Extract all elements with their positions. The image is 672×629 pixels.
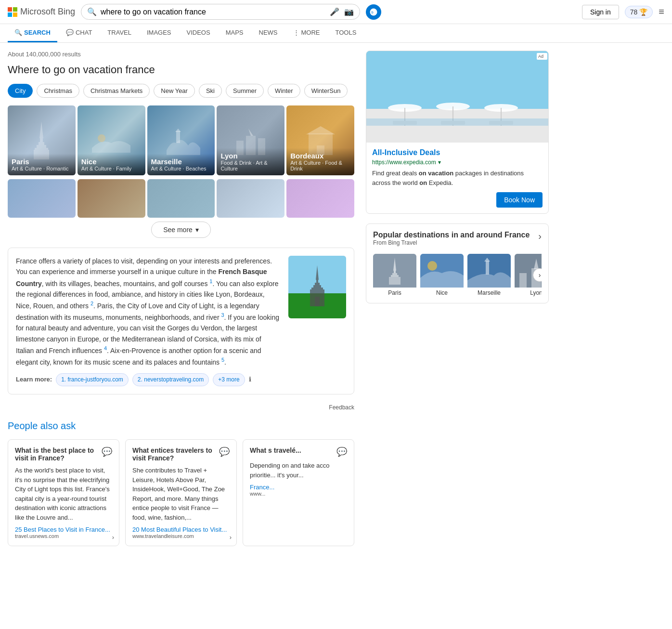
nice-name: Nice <box>81 157 142 166</box>
popular-title: Popular destinations in and around Franc… <box>373 231 530 239</box>
book-now-button[interactable]: Book Now <box>496 192 543 208</box>
dest-image-marseille <box>467 254 511 288</box>
city-card-bordeaux[interactable]: Bordeaux Art & Culture · Food & Drink <box>286 105 354 175</box>
svg-rect-3 <box>40 138 43 142</box>
main-content: About 140,000,000 results Where to go on… <box>8 51 354 546</box>
bordeaux-tags: Art & Culture · Food & Drink <box>290 160 350 171</box>
dest-name-paris: Paris <box>373 289 416 296</box>
filter-chip-wintersun[interactable]: WinterSun <box>304 84 348 98</box>
popular-destinations-section: Popular destinations in and around Franc… <box>366 223 549 303</box>
bing-icon: b <box>369 8 378 16</box>
svg-rect-44 <box>389 277 401 285</box>
search-nav-icon: 🔍 <box>14 29 22 36</box>
city-card-lyon[interactable]: Lyon Food & Drink · Art & Culture <box>217 105 284 175</box>
city-card-row2-5[interactable] <box>286 179 354 218</box>
svg-rect-5 <box>37 145 46 148</box>
nav-item-images[interactable]: IMAGES <box>140 24 178 42</box>
microsoft-logo <box>8 7 17 17</box>
ellipsis-icon: ⋮ <box>293 29 299 36</box>
svg-rect-43 <box>391 275 399 277</box>
filter-chip-ski[interactable]: Ski <box>199 84 222 98</box>
ad-url: https://www.expedia.com ▾ <box>372 159 543 166</box>
filter-chip-summer[interactable]: Summer <box>226 84 264 98</box>
nav-item-maps[interactable]: MAPS <box>219 24 250 42</box>
filter-chip-city[interactable]: City <box>8 84 33 98</box>
nav-item-travel[interactable]: TRAVEL <box>101 24 138 42</box>
sidebar: Ad All-Inclusive Deals https://www.exped… <box>366 51 549 546</box>
dropdown-icon: ▾ <box>438 159 441 166</box>
sign-in-button[interactable]: Sign in <box>582 5 619 19</box>
paa-link-2[interactable]: 20 Most Beautiful Places to Visit... www… <box>132 526 230 539</box>
city-card-row2-2[interactable] <box>78 179 145 218</box>
hamburger-menu[interactable]: ≡ <box>659 6 664 17</box>
source-link-2[interactable]: 2. neverstoptraveling.com <box>132 373 209 386</box>
search-icon: 🔍 <box>87 7 97 16</box>
paa-answer-3: Depending on and take acco prioritie... … <box>250 461 347 480</box>
paa-link-3[interactable]: France... www... <box>250 484 347 497</box>
popular-scroll: Paris Nice <box>373 254 542 296</box>
people-also-ask-section: People also ask What is the best place t… <box>8 420 354 546</box>
nav-item-more[interactable]: ⋮ MORE <box>286 24 327 42</box>
svg-marker-18 <box>316 265 319 280</box>
city-card-row2-4[interactable] <box>217 179 284 218</box>
dest-card-marseille[interactable]: Marseille <box>467 254 511 296</box>
city-card-paris[interactable]: Paris Art & Culture · Romantic <box>8 105 76 175</box>
city-card-nice[interactable]: Nice Art & Culture · Family <box>78 105 145 175</box>
svg-rect-42 <box>392 273 397 275</box>
svg-point-0 <box>370 8 377 15</box>
nav-item-chat[interactable]: 💬 CHAT <box>59 24 99 42</box>
filter-chip-winter[interactable]: Winter <box>268 84 300 98</box>
svg-rect-6 <box>35 148 48 150</box>
dest-name-lyon: Lyon <box>515 289 542 296</box>
logo-area: Microsoft Bing <box>8 7 75 17</box>
mic-button[interactable]: 🎤 <box>330 7 339 16</box>
more-sources-button[interactable]: +3 more <box>213 373 245 386</box>
feedback-link[interactable]: Feedback <box>8 404 354 411</box>
city-card-row2-1[interactable] <box>8 179 76 218</box>
paa-link-1[interactable]: 25 Best Places to Visit in France... tra… <box>15 526 112 539</box>
see-more-button[interactable]: See more ▾ <box>151 222 211 238</box>
dest-card-nice[interactable]: Nice <box>420 254 464 296</box>
camera-button[interactable]: 📷 <box>344 7 354 16</box>
city-card-marseille[interactable]: Marseille Art & Culture · Beaches <box>147 105 215 175</box>
description-image <box>288 256 346 318</box>
svg-rect-51 <box>519 273 527 288</box>
nav-item-tools[interactable]: TOOLS <box>329 24 363 42</box>
search-input[interactable] <box>101 8 326 16</box>
city-card-row2-3[interactable] <box>147 179 215 218</box>
marseille-tags: Art & Culture · Beaches <box>151 166 211 171</box>
info-icon[interactable]: ℹ <box>249 375 251 385</box>
paa-question-2: What entices travelers to visit France? … <box>132 446 230 462</box>
city-grid-row2 <box>8 179 354 218</box>
expand-icon-2[interactable]: › <box>230 534 232 541</box>
source-link-1[interactable]: 1. france-justforyou.com <box>56 373 129 386</box>
marseille-name: Marseille <box>151 157 211 166</box>
svg-rect-22 <box>311 288 323 289</box>
popular-arrow-right[interactable]: › <box>538 231 542 242</box>
popular-header-text: Popular destinations in and around Franc… <box>373 231 530 252</box>
nav-item-news[interactable]: NEWS <box>252 24 284 42</box>
svg-marker-16 <box>306 126 335 134</box>
svg-point-8 <box>98 134 105 142</box>
nav-item-search[interactable]: 🔍 SEARCH <box>8 24 57 42</box>
popular-subtitle: From Bing Travel <box>373 239 530 246</box>
search-title: Where to go on vacation france <box>8 64 354 76</box>
chevron-down-icon: ▾ <box>195 226 199 234</box>
learn-more-label: Learn more: <box>16 375 52 385</box>
lyon-name: Lyon <box>220 152 281 160</box>
results-count: About 140,000,000 results <box>8 51 354 58</box>
description-box: France offers a variety of places to vis… <box>8 248 354 394</box>
bing-chat-button[interactable]: b <box>366 4 381 20</box>
paris-tags: Art & Culture · Romantic <box>12 166 72 171</box>
nav-item-videos[interactable]: VIDEOS <box>180 24 217 42</box>
dest-card-paris[interactable]: Paris <box>373 254 416 296</box>
ad-image: Ad <box>366 51 548 143</box>
filter-chip-christmas-markets[interactable]: Christmas Markets <box>83 84 150 98</box>
filter-chip-christmas[interactable]: Christmas <box>37 84 79 98</box>
bing-logo-text: Microsoft Bing <box>20 7 75 17</box>
filter-chip-new-year[interactable]: New Year <box>154 84 195 98</box>
svg-marker-10 <box>175 129 181 132</box>
expand-icon-1[interactable]: › <box>112 534 114 541</box>
dest-image-paris <box>373 254 416 288</box>
chat-bubble-icon-3: 💬 <box>336 446 347 457</box>
